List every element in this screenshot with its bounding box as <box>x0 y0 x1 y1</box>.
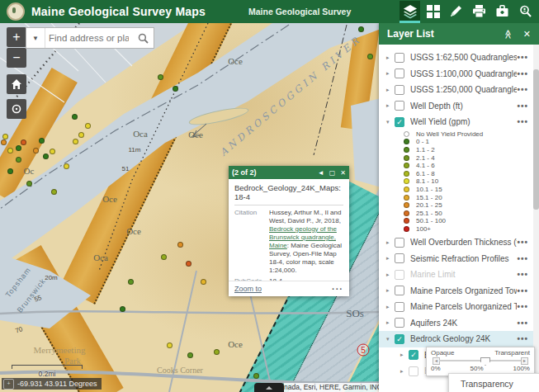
expand-caret-icon[interactable]: ▸ <box>386 87 395 93</box>
well-marker[interactable] <box>367 54 373 59</box>
popup-maximize-icon[interactable]: ▢ <box>329 169 336 177</box>
layer-row[interactable]: ▾✓Well Yield (gpm)••• <box>379 114 533 130</box>
layer-label[interactable]: Well Yield (gpm) <box>410 117 517 126</box>
search-tool-button[interactable] <box>515 1 536 21</box>
layer-row[interactable]: ▸Maine Parcels Unorganized Territory••• <box>379 299 533 315</box>
layer-label[interactable]: Aquifers 24K <box>410 319 517 328</box>
layer-row[interactable]: ▸Marine Limit••• <box>379 267 533 283</box>
zoom-out-button[interactable]: − <box>7 48 26 68</box>
well-marker[interactable] <box>26 181 32 187</box>
layer-checkbox[interactable] <box>395 101 404 111</box>
layer-checkbox[interactable] <box>409 366 418 376</box>
layer-label[interactable]: Well Overburden Thickness (ft) <box>410 238 517 247</box>
layer-label[interactable]: USGS 1:62,500 Quadrangles <box>410 53 517 62</box>
well-marker[interactable] <box>16 145 21 151</box>
layer-label[interactable]: Marine Limit <box>410 270 517 279</box>
expand-caret-icon[interactable]: ▸ <box>386 102 395 109</box>
expand-caret-icon[interactable]: ▸ <box>386 70 395 77</box>
layer-menu-icon[interactable]: ••• <box>517 319 528 328</box>
well-marker[interactable] <box>7 168 13 174</box>
well-marker[interactable] <box>78 132 84 138</box>
layer-checkbox[interactable] <box>395 302 404 312</box>
search-button[interactable] <box>132 28 154 48</box>
layer-row[interactable]: ▸Well Depth (ft)••• <box>379 98 533 115</box>
search-source-dropdown[interactable]: ▼ <box>26 28 45 48</box>
layer-menu-icon[interactable]: ••• <box>517 302 528 311</box>
layer-checkbox[interactable] <box>395 318 404 328</box>
layer-row[interactable]: ▸Well Overburden Thickness (ft)••• <box>379 234 533 251</box>
org-link[interactable]: Maine Geological Survey <box>248 7 351 17</box>
well-marker[interactable] <box>187 352 193 358</box>
layer-row[interactable]: ▸USGS 1:250,000 Quadrangles••• <box>379 82 533 98</box>
layer-checkbox[interactable] <box>395 253 404 263</box>
menu-item-transparency[interactable]: Transparency <box>449 379 513 389</box>
well-marker[interactable] <box>16 157 21 163</box>
layer-checkbox[interactable] <box>395 53 404 63</box>
expand-caret-icon[interactable]: ▸ <box>386 255 395 262</box>
well-marker[interactable] <box>173 86 178 92</box>
layer-menu-icon[interactable]: ••• <box>517 102 528 111</box>
layer-menu-icon[interactable]: ••• <box>517 238 528 247</box>
well-marker[interactable] <box>128 279 134 285</box>
well-marker[interactable] <box>73 139 78 144</box>
zoom-to-link[interactable]: Zoom to <box>234 285 332 293</box>
expand-caret-icon[interactable]: ▸ <box>386 319 395 326</box>
layer-menu-icon[interactable]: ••• <box>517 270 528 279</box>
well-marker[interactable] <box>253 373 259 379</box>
layer-menu-icon[interactable]: ••• <box>517 85 528 94</box>
layer-checkbox[interactable]: ✓ <box>395 334 404 344</box>
well-marker[interactable] <box>161 254 167 260</box>
layer-row[interactable]: ▸USGS 1:100,000 Quadrangles••• <box>379 66 533 83</box>
print-tool-button[interactable] <box>469 1 489 21</box>
panel-collapse-icon[interactable]: ≪ <box>504 29 514 39</box>
layer-label[interactable]: USGS 1:100,000 Quadrangles <box>410 69 517 78</box>
well-marker[interactable] <box>177 242 183 248</box>
add-data-tool-button[interactable] <box>492 1 513 21</box>
well-marker[interactable] <box>39 138 45 144</box>
well-marker[interactable] <box>64 163 69 169</box>
well-marker[interactable] <box>51 189 57 195</box>
transparency-slider[interactable]: ◄ ► <box>433 357 528 364</box>
layer-label[interactable]: Well Depth (ft) <box>410 102 517 111</box>
well-marker[interactable] <box>358 26 364 32</box>
expand-caret-icon[interactable]: ▸ <box>386 239 395 246</box>
zoom-in-button[interactable]: + <box>7 27 26 47</box>
layer-label[interactable]: Bedrock Geology 24K <box>410 334 517 343</box>
popup-more-icon[interactable]: ··· <box>332 284 343 294</box>
well-marker[interactable] <box>72 114 78 120</box>
panel-close-icon[interactable]: ✕ <box>523 29 531 40</box>
well-marker[interactable] <box>7 148 13 153</box>
layer-label[interactable]: USGS 1:250,000 Quadrangles <box>410 85 517 94</box>
well-marker[interactable] <box>167 342 173 348</box>
expand-caret-icon[interactable]: ▸ <box>386 54 395 61</box>
popup-prev-icon[interactable]: ◄ <box>318 169 324 177</box>
layer-checkbox[interactable] <box>395 270 404 280</box>
well-marker[interactable] <box>2 134 8 139</box>
well-marker[interactable] <box>214 349 220 355</box>
layer-checkbox[interactable] <box>395 286 404 295</box>
layer-row[interactable]: ▸USGS 1:62,500 Quadrangles••• <box>379 50 533 66</box>
layer-row[interactable]: ▾✓Bedrock Geology 24K••• <box>379 331 533 347</box>
layer-label[interactable]: Maine Parcels Organized Towns <box>410 286 517 295</box>
layer-checkbox[interactable] <box>395 85 404 95</box>
layer-checkbox[interactable] <box>395 68 404 78</box>
attribution-expand-tab[interactable] <box>254 383 284 392</box>
collapse-caret-icon[interactable]: ▾ <box>386 119 395 125</box>
layer-menu-icon[interactable]: ••• <box>517 334 528 343</box>
layer-row[interactable]: ▸Maine Parcels Organized Towns••• <box>379 283 533 300</box>
draw-measure-tool-button[interactable] <box>446 1 466 21</box>
layer-checkbox[interactable]: ✓ <box>409 350 418 360</box>
expand-caret-icon[interactable]: ▸ <box>386 272 395 278</box>
locate-button[interactable] <box>7 99 26 119</box>
well-marker[interactable] <box>33 148 39 153</box>
panel-scrollbar[interactable] <box>533 45 539 392</box>
expand-caret-icon[interactable]: ▸ <box>386 287 395 294</box>
layer-row[interactable]: ▸Seismic Refraction Profiles••• <box>379 251 533 267</box>
collapse-caret-icon[interactable]: ▾ <box>386 336 395 342</box>
well-marker[interactable] <box>201 279 206 285</box>
layer-menu-icon[interactable]: ••• <box>517 254 528 263</box>
popup-close-icon[interactable]: ✕ <box>340 169 346 177</box>
well-marker[interactable] <box>186 261 191 267</box>
well-marker[interactable] <box>120 306 125 312</box>
layer-menu-icon[interactable]: ••• <box>517 53 528 62</box>
